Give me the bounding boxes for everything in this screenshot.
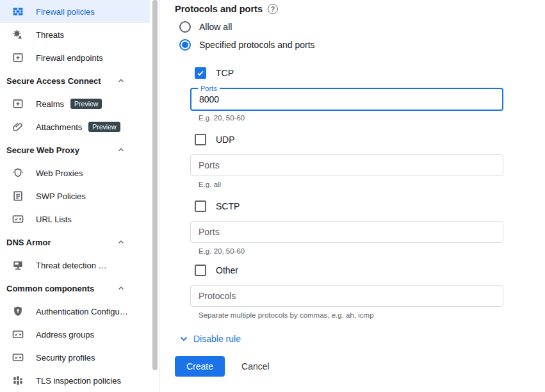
tcp-helper-text: E.g. 20, 50-60 (199, 114, 245, 122)
udp-ports-input[interactable] (191, 155, 503, 176)
checkbox-unchecked-icon[interactable] (195, 200, 206, 212)
sidebar-item-web-proxies[interactable]: Web Proxies (0, 161, 150, 184)
sidebar-item-address-groups[interactable]: Address groups (0, 323, 150, 346)
proxy-shield-icon (12, 167, 24, 179)
list-check-icon (12, 328, 24, 341)
sidebar-item-label: Authentication Configu… (36, 307, 128, 316)
sidebar-item-label: Firewall endpoints (36, 53, 103, 63)
radio-label: Allow all (199, 22, 232, 32)
checkbox-udp[interactable]: UDP (195, 134, 235, 145)
radio-allow-all[interactable]: Allow all (179, 21, 232, 33)
tcp-ports-field[interactable]: Ports (190, 88, 503, 111)
sidebar-section-secure-access-connect[interactable]: Secure Access Connect (0, 69, 150, 92)
checkbox-checked-icon[interactable] (195, 67, 206, 79)
chevron-down-icon (178, 333, 190, 345)
section-label: DNS Armor (6, 238, 51, 247)
preview-badge: Preview (88, 122, 120, 132)
sidebar-item-label: TLS inspection policies (36, 376, 121, 386)
firewall-icon (12, 5, 24, 18)
sidebar-item-label: Web Proxies (36, 168, 83, 178)
sidebar-item-label: Threats (36, 30, 64, 40)
disable-rule-toggle[interactable]: Disable rule (178, 333, 241, 345)
radio-specified-protocols[interactable]: Specified protocols and ports (179, 39, 315, 51)
checkbox-label: SCTP (216, 201, 240, 211)
chevron-up-icon (117, 238, 126, 247)
chevron-up-icon (117, 76, 126, 85)
sctp-ports-field[interactable] (190, 221, 503, 243)
radio-icon[interactable] (179, 21, 191, 33)
sidebar-item-url-lists[interactable]: URL Lists (0, 208, 150, 231)
bars-icon (12, 374, 24, 387)
sidebar-item-label: Attachments (36, 122, 82, 132)
endpoint-card-icon (12, 51, 24, 64)
udp-ports-field[interactable] (190, 154, 503, 176)
threat-icon (12, 28, 24, 41)
document-icon (12, 190, 24, 202)
list-check-icon (12, 351, 24, 364)
sidebar-item-label: Realms (36, 99, 64, 109)
checkbox-sctp[interactable]: SCTP (195, 200, 240, 212)
help-icon[interactable]: ? (268, 4, 278, 14)
sidebar-item-attachments[interactable]: Attachments Preview (0, 115, 150, 138)
other-protocols-field[interactable] (190, 285, 503, 307)
list-check-icon (12, 213, 24, 225)
sidebar-item-firewall-policies[interactable]: Firewall policies (0, 0, 150, 23)
section-label: Common components (6, 284, 94, 293)
sidebar-item-label: Firewall policies (36, 7, 95, 17)
preview-badge: Preview (70, 99, 102, 109)
sidebar-item-label: URL Lists (36, 215, 72, 224)
disable-rule-label: Disable rule (193, 334, 241, 344)
sidebar-item-label: Security profiles (36, 353, 95, 363)
checkbox-other[interactable]: Other (195, 265, 238, 276)
realms-card-icon (12, 97, 24, 110)
sidebar-item-tls-inspection-policies[interactable]: TLS inspection policies (0, 369, 150, 392)
sidebar-item-label: SWP Policies (36, 192, 86, 201)
sidebar-item-swp-policies[interactable]: SWP Policies (0, 184, 150, 208)
checkbox-unchecked-icon[interactable] (195, 265, 206, 276)
sidebar-item-firewall-endpoints[interactable]: Firewall endpoints (0, 46, 150, 69)
tcp-ports-input[interactable] (191, 89, 502, 110)
scrollbar-thumb[interactable] (152, 0, 158, 370)
chevron-up-icon (117, 145, 126, 154)
checkbox-label: TCP (216, 68, 234, 78)
checkbox-tcp[interactable]: TCP (195, 67, 234, 79)
checkbox-label: UDP (216, 135, 235, 145)
paperclip-icon (12, 120, 24, 133)
tcp-ports-field-label: Ports (198, 85, 220, 93)
sidebar-section-secure-web-proxy[interactable]: Secure Web Proxy (0, 138, 150, 161)
sidebar: Firewall policies Threats Firewall endpo… (0, 0, 160, 392)
checkbox-label: Other (216, 265, 238, 275)
sidebar-scrollbar[interactable] (151, 0, 159, 392)
udp-helper-text: E.g. all (199, 181, 221, 188)
radio-label: Specified protocols and ports (199, 40, 315, 50)
other-helper-text: Separate multiple protocols by commas, e… (199, 311, 374, 319)
sidebar-item-security-profiles[interactable]: Security profiles (0, 346, 150, 369)
section-label: Secure Access Connect (6, 76, 101, 86)
sidebar-section-common-components[interactable]: Common components (0, 277, 150, 300)
monitor-icon (12, 259, 24, 272)
sctp-ports-input[interactable] (191, 222, 503, 242)
page: Firewall policies Threats Firewall endpo… (0, 0, 545, 392)
sidebar-item-label: Threat detection … (36, 261, 107, 270)
other-protocols-input[interactable] (191, 286, 503, 306)
section-label: Secure Web Proxy (6, 145, 79, 155)
sidebar-item-realms[interactable]: Realms Preview (0, 92, 150, 115)
chevron-up-icon (117, 284, 126, 293)
create-button[interactable]: Create (175, 356, 225, 377)
sctp-helper-text: E.g. 20, 50-60 (199, 247, 245, 255)
sidebar-section-dns-armor[interactable]: DNS Armor (0, 231, 150, 254)
cancel-button[interactable]: Cancel (241, 361, 270, 372)
sidebar-item-authentication-config[interactable]: Authentication Configu… (0, 300, 150, 323)
protocols-and-ports-form: Protocols and ports ? Allow all Specifie… (175, 0, 521, 392)
section-title: Protocols and ports (175, 4, 263, 14)
checkbox-unchecked-icon[interactable] (195, 134, 206, 145)
sidebar-item-threat-detection[interactable]: Threat detection … (0, 254, 150, 277)
sidebar-item-threats[interactable]: Threats (0, 23, 150, 46)
shield-lock-icon (12, 305, 24, 318)
radio-icon-selected[interactable] (179, 39, 191, 51)
sidebar-item-label: Address groups (36, 330, 94, 339)
